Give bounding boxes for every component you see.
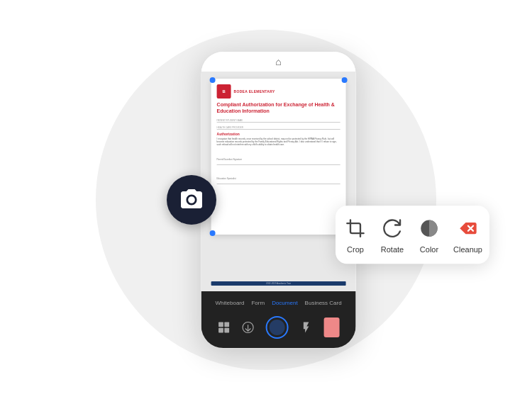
svg-rect-2 <box>218 328 223 333</box>
tool-color[interactable]: Color <box>416 215 442 254</box>
doc-signature-area: Parent/Guardian Signature Education Spec… <box>217 150 340 184</box>
cleanup-label: Cleanup <box>453 245 482 254</box>
color-icon <box>419 218 439 238</box>
phone-actions <box>218 316 340 339</box>
crop-label: Crop <box>347 245 364 254</box>
doc-footer-text: 2022-2023 Academic Year <box>266 282 291 285</box>
svg-rect-0 <box>218 322 223 327</box>
doc-header: B BODEA ELEMENTARY <box>217 84 340 99</box>
doc-field-provider: HEALTH CARE PROVIDER <box>217 124 340 130</box>
doc-footer-bar: 2022-2023 Academic Year <box>211 281 346 286</box>
sig-label-1: Parent/Guardian Signature <box>217 158 243 161</box>
phone-content: B BODEA ELEMENTARY Compliant Authorizati… <box>201 72 356 291</box>
shutter-inner <box>270 320 285 335</box>
home-icon: ⌂ <box>275 56 281 67</box>
cleanup-icon <box>458 218 478 238</box>
camera-icon <box>179 187 204 213</box>
document-preview: B BODEA ELEMENTARY Compliant Authorizati… <box>211 79 346 235</box>
tab-form[interactable]: Form <box>251 300 265 306</box>
tab-whiteboard[interactable]: Whiteboard <box>216 300 245 306</box>
scene: ⌂ B BODEA ELEMENTARY Compliant Authoriza… <box>0 0 532 399</box>
doc-section-title: Authorization <box>217 132 340 136</box>
color-icon-wrap <box>416 215 442 241</box>
tool-cleanup[interactable]: Cleanup <box>453 215 482 254</box>
doc-main-title: Compliant Authorization for Exchange of … <box>217 101 340 114</box>
phone-bottom-bar: Whiteboard Form Document Business Card <box>201 291 356 348</box>
camera-bubble[interactable] <box>167 175 216 225</box>
corner-handle-tl[interactable] <box>210 77 216 83</box>
phone-tabs: Whiteboard Form Document Business Card <box>216 300 342 306</box>
school-name: BODEA ELEMENTARY <box>234 89 340 94</box>
school-logo: B <box>217 84 231 99</box>
thumbnail-icon[interactable] <box>324 317 340 337</box>
rotate-icon-wrap <box>379 215 405 241</box>
import-icon[interactable] <box>242 321 255 334</box>
flash-icon[interactable] <box>300 321 313 334</box>
toolbar-panel: Crop Rotate Color <box>336 206 489 264</box>
doc-title-block: BODEA ELEMENTARY <box>234 89 340 94</box>
tab-document[interactable]: Document <box>272 300 297 306</box>
doc-field-patient: PATIENT/STUDENT NAME <box>217 117 340 123</box>
phone-mockup: ⌂ B BODEA ELEMENTARY Compliant Authoriza… <box>201 51 357 349</box>
tool-rotate[interactable]: Rotate <box>379 215 405 254</box>
crop-icon-wrap <box>343 215 368 241</box>
phone-status-bar: ⌂ <box>201 52 356 72</box>
corner-handle-tr[interactable] <box>342 77 348 83</box>
tool-crop[interactable]: Crop <box>343 215 368 254</box>
gallery-icon[interactable] <box>218 321 231 334</box>
cleanup-icon-wrap <box>455 215 481 241</box>
field-patient-label: PATIENT/STUDENT NAME <box>217 119 243 122</box>
field-provider-label: HEALTH CARE PROVIDER <box>217 126 243 129</box>
sig-line-2: Education Specialist <box>217 169 340 184</box>
crop-icon <box>345 218 365 238</box>
svg-rect-3 <box>224 328 229 333</box>
rotate-icon <box>382 218 402 238</box>
corner-handle-bl[interactable] <box>210 230 216 236</box>
sig-label-2: Education Specialist <box>217 177 236 180</box>
tab-business-card[interactable]: Business Card <box>305 300 342 306</box>
logo-letter: B <box>222 89 225 94</box>
color-label: Color <box>420 245 438 254</box>
sig-line-1: Parent/Guardian Signature <box>217 150 340 165</box>
rotate-label: Rotate <box>381 245 404 254</box>
shutter-button[interactable] <box>266 316 289 339</box>
svg-rect-1 <box>224 322 229 327</box>
doc-body-text: I recognize that health records, once re… <box>217 137 340 147</box>
